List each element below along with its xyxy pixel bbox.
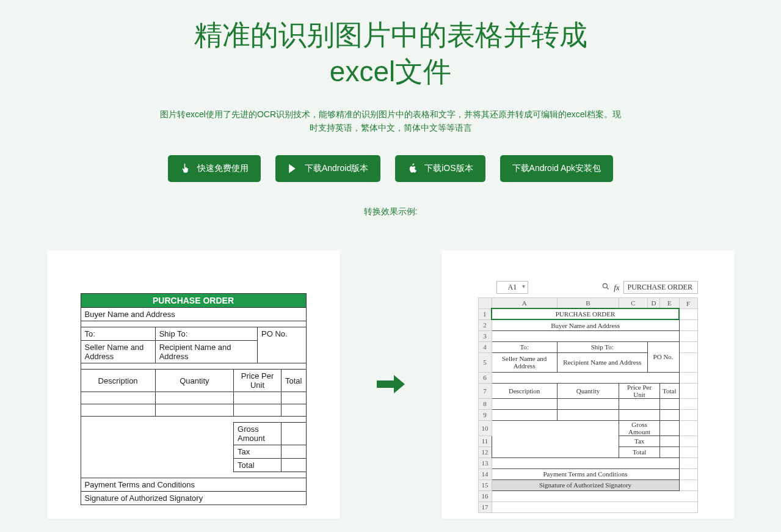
xl-tot: Total: [660, 383, 679, 398]
xl-seller: Seller Name and Address: [492, 352, 557, 372]
excel-result-card: A1 fx PURCHASE ORDER A B C D E F 1PURCHA…: [441, 250, 735, 519]
xl-total2: Total: [619, 446, 660, 457]
pointer-icon: [180, 163, 191, 174]
src-gross: Gross Amount: [234, 423, 282, 445]
download-apk-label: 下载Android Apk安装包: [512, 163, 601, 174]
xl-ship: Ship To:: [557, 341, 647, 352]
col-B: B: [557, 298, 619, 309]
headline-line2: excel文件: [330, 56, 451, 87]
free-use-label: 快速免费使用: [197, 163, 249, 174]
demo-label: 转换效果示例:: [0, 206, 781, 217]
excel-formula-bar: A1 fx PURCHASE ORDER: [478, 281, 698, 294]
col-C: C: [619, 298, 647, 309]
excel-name-box: A1: [496, 281, 529, 294]
xl-po: PO No.: [647, 341, 679, 372]
xl-pay: Payment Terms and Conditions: [492, 468, 679, 479]
src-sig: Signature of Authorized Signatory: [81, 492, 306, 505]
src-total2: Total: [234, 459, 282, 472]
source-form-table: PURCHASE ORDER Buyer Name and Address To…: [81, 293, 307, 505]
src-title: PURCHASE ORDER: [81, 294, 306, 308]
src-buyer: Buyer Name and Address: [81, 308, 306, 321]
download-ios-button[interactable]: 下载iOS版本: [395, 155, 485, 182]
src-to: To:: [81, 327, 155, 341]
cta-button-row: 快速免费使用 下载Android版本 下载iOS版本 下载Android Apk…: [0, 155, 781, 182]
google-play-icon: [288, 163, 299, 174]
src-pono: PO No.: [258, 327, 306, 363]
zoom-icon: [601, 282, 610, 293]
col-D: D: [647, 298, 659, 309]
xl-r2: Buyer Name and Address: [492, 319, 679, 330]
apple-icon: [407, 163, 418, 174]
svg-line-1: [607, 288, 609, 290]
demo-row: PURCHASE ORDER Buyer Name and Address To…: [0, 250, 781, 532]
download-android-label: 下载Android版本: [305, 163, 368, 174]
page-headline: 精准的识别图片中的表格并转成 excel文件: [85, 17, 696, 90]
download-ios-label: 下载iOS版本: [424, 163, 473, 174]
arrow-icon: [377, 371, 405, 399]
xl-sig: Signature of Authorized Signatory: [492, 479, 679, 490]
excel-fx-value: PURCHASE ORDER: [623, 281, 698, 294]
src-total: Total: [282, 370, 307, 392]
fx-icon: fx: [614, 283, 619, 293]
src-qty: Quantity: [155, 370, 233, 392]
src-tax: Tax: [234, 445, 282, 459]
col-E: E: [660, 298, 679, 309]
xl-desc: Description: [492, 383, 557, 398]
download-apk-button[interactable]: 下载Android Apk安装包: [500, 155, 614, 182]
src-shipto: Ship To:: [155, 327, 257, 341]
col-F: F: [679, 298, 697, 309]
xl-qty: Quantity: [557, 383, 619, 398]
svg-point-0: [603, 283, 607, 288]
xl-ppu: Price Per Unit: [619, 383, 660, 398]
src-seller: Seller Name and Address: [81, 341, 155, 363]
source-image-card: PURCHASE ORDER Buyer Name and Address To…: [47, 250, 340, 519]
col-A: A: [492, 298, 557, 309]
excel-mock: A1 fx PURCHASE ORDER A B C D E F 1PURCHA…: [478, 281, 698, 513]
xl-to: To:: [492, 341, 557, 352]
xl-recip: Recipient Name and Address: [557, 352, 647, 372]
download-android-button[interactable]: 下载Android版本: [275, 155, 380, 182]
src-desc: Description: [81, 370, 155, 392]
xl-gross: Gross Amount: [619, 420, 660, 435]
subtitle-text: 图片转excel使用了先进的OCR识别技术，能够精准的识别图片中的表格和文字，并…: [159, 107, 623, 135]
xl-tax: Tax: [619, 435, 660, 446]
src-recipient: Recipient Name and Address: [155, 341, 257, 363]
free-use-button[interactable]: 快速免费使用: [168, 155, 261, 182]
headline-line1: 精准的识别图片中的表格并转成: [194, 19, 587, 51]
src-ppu: Price Per Unit: [234, 370, 282, 392]
xl-r1: PURCHASE ORDER: [492, 308, 679, 319]
src-pay: Payment Terms and Conditions: [81, 478, 306, 492]
excel-grid: A B C D E F 1PURCHASE ORDER 2Buyer Name …: [478, 297, 698, 513]
